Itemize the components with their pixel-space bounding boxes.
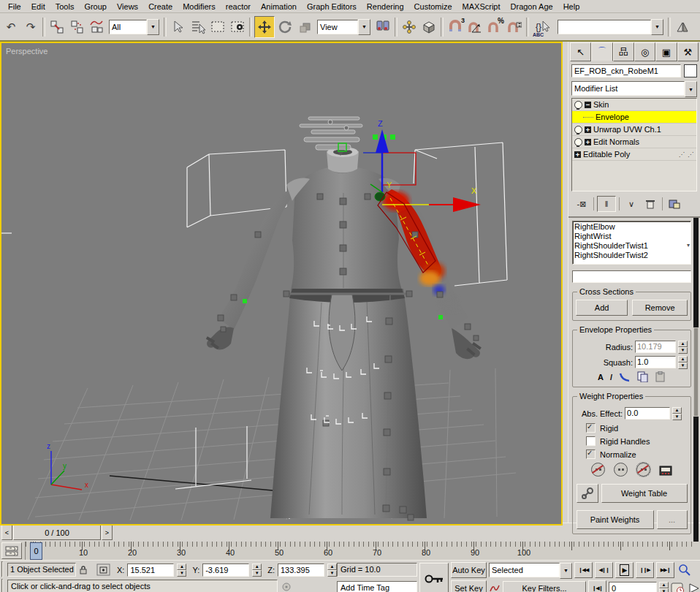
key-filters-button[interactable]: Key Filters... — [503, 581, 586, 592]
add-cross-section-button[interactable]: Add — [576, 300, 628, 316]
frame-spinner[interactable]: ▲▼ — [659, 582, 669, 592]
stack-row-unwrap-uvw[interactable]: + Unwrap UVW Ch.1 — [572, 124, 696, 136]
panel-scrollbar[interactable] — [693, 218, 699, 548]
select-object-icon[interactable] — [169, 17, 188, 37]
selection-lock-icon[interactable] — [79, 564, 88, 575]
go-to-end-icon[interactable]: ▶▶❙ — [656, 562, 674, 578]
modifier-list-dropdown[interactable]: Modifier List ▼ — [571, 81, 697, 96]
tab-motion-icon[interactable]: ◎ — [634, 42, 655, 61]
make-unique-icon[interactable]: ∨ — [623, 197, 640, 211]
absolute-offset-toggle-icon[interactable] — [96, 563, 111, 577]
abs-effect-spinner[interactable]: ▲▼ — [672, 407, 682, 420]
menu-views[interactable]: Views — [112, 1, 143, 12]
exclude-selected-verts-icon[interactable] — [591, 463, 605, 477]
absolute-effect-icon[interactable]: A — [598, 373, 604, 382]
selection-filter-arrow-icon[interactable]: ▼ — [147, 19, 159, 35]
lightbulb-icon[interactable] — [574, 101, 582, 109]
abs-effect-field[interactable]: 0.0 — [625, 407, 670, 420]
reference-coordsys-arrow-icon[interactable]: ▼ — [358, 19, 370, 35]
paint-weights-button[interactable]: Paint Weights — [577, 510, 654, 529]
zoom-region-icon[interactable] — [678, 563, 691, 577]
mirror-icon[interactable] — [673, 17, 692, 37]
lightbulb-icon[interactable] — [574, 138, 582, 146]
tab-modify-icon[interactable]: ⌒ — [591, 42, 612, 61]
reference-coordsys-dropdown[interactable]: View ▼ — [317, 20, 370, 34]
time-slider-handle[interactable]: 0 — [30, 542, 42, 560]
select-and-rotate-icon[interactable] — [275, 17, 294, 37]
select-and-link-icon[interactable] — [47, 17, 66, 37]
snap-toggle-icon[interactable]: 3 — [446, 17, 465, 37]
selection-filter-dropdown[interactable]: All ▼ — [109, 20, 159, 34]
select-and-scale-icon[interactable] — [295, 17, 314, 37]
weight-table-button[interactable]: Weight Table — [601, 484, 688, 503]
bone-item[interactable]: RightShoulderTwist2 — [574, 251, 689, 260]
set-keys-icon[interactable] — [419, 563, 449, 592]
menu-graph-editors[interactable]: Graph Editors — [302, 1, 362, 12]
named-selection-sets-icon[interactable]: {} ABC — [531, 17, 555, 37]
next-frame-icon[interactable]: ❙❙▶ — [636, 562, 654, 578]
z-spinner[interactable]: ▲▼ — [327, 563, 337, 576]
pan-flyout-icon[interactable] — [688, 582, 700, 592]
set-key-button[interactable]: Set Key — [451, 580, 487, 592]
stack-row-skin[interactable]: − Skin — [572, 99, 696, 111]
menu-tools[interactable]: Tools — [50, 1, 80, 12]
time-slider-button[interactable]: 0 / 100 — [13, 525, 101, 540]
rigid-checkbox[interactable] — [586, 423, 596, 433]
falloff-curve-icon[interactable] — [619, 372, 631, 382]
menu-group[interactable]: Group — [79, 1, 112, 12]
stack-row-editable-poly[interactable]: + Editable Poly ⋰ ⋰ — [572, 148, 696, 161]
select-by-name-icon[interactable] — [189, 17, 208, 37]
y-coordinate-field[interactable]: -3.619 — [202, 563, 249, 577]
rectangular-selection-region-icon[interactable] — [208, 17, 227, 37]
panel-scrollbar-thumb[interactable] — [693, 327, 699, 417]
bone-list[interactable]: RightElbow RightWrist RightShoulderTwist… — [572, 221, 691, 265]
bind-to-spacewarp-icon[interactable] — [87, 17, 106, 37]
previous-frame-icon[interactable]: ◀❙❙ — [595, 562, 613, 578]
menu-help[interactable]: Help — [558, 1, 585, 12]
tab-hierarchy-icon[interactable]: 品 — [613, 42, 634, 61]
radius-field[interactable]: 10.179 — [635, 341, 676, 353]
rigid-handles-checkbox[interactable] — [586, 436, 596, 446]
keyboard-shortcut-override-icon[interactable] — [419, 17, 438, 37]
menu-reactor[interactable]: reactor — [221, 1, 256, 12]
z-coordinate-field[interactable]: 133.395 — [278, 563, 324, 577]
perspective-viewport[interactable]: Z X Y z — [0, 42, 563, 525]
select-and-move-icon[interactable] — [254, 16, 275, 38]
wrench-icon[interactable] — [577, 484, 598, 503]
menu-create[interactable]: Create — [143, 1, 178, 12]
remove-cross-section-button[interactable]: Remove — [632, 300, 688, 316]
select-and-manipulate-icon[interactable] — [400, 17, 419, 37]
default-tangents-icon[interactable] — [489, 582, 501, 592]
time-configuration-icon[interactable] — [671, 582, 685, 592]
select-excluded-verts-icon[interactable] — [636, 463, 650, 477]
current-frame-field[interactable]: 0 — [609, 582, 657, 592]
lightbulb-icon[interactable] — [574, 126, 582, 134]
redo-icon[interactable]: ↷ — [21, 17, 40, 37]
copy-envelope-icon[interactable] — [637, 371, 648, 382]
previous-frame-arrow[interactable]: < — [1, 525, 12, 540]
squash-spinner[interactable]: ▲▼ — [678, 356, 688, 368]
remove-modifier-icon[interactable] — [642, 197, 659, 211]
stack-row-envelope[interactable]: Envelope — [572, 111, 696, 124]
spinner-snap-icon[interactable] — [505, 17, 524, 37]
collapse-icon[interactable]: − — [585, 102, 591, 108]
stack-row-edit-normals[interactable]: + Edit Normals — [572, 136, 696, 148]
bone-item[interactable]: RightElbow — [574, 222, 689, 232]
status-tool-icon[interactable] — [281, 581, 292, 592]
key-mode-toggle-icon[interactable]: ❙◀❙ — [588, 580, 606, 592]
x-coordinate-field[interactable]: 15.521 — [127, 563, 174, 577]
include-selected-verts-icon[interactable] — [614, 463, 628, 477]
tab-create-icon[interactable]: ↖ — [570, 42, 591, 61]
menu-modifiers[interactable]: Modifiers — [178, 1, 221, 12]
squash-field[interactable]: 1.0 — [635, 356, 676, 368]
show-end-result-icon[interactable]: ‖ — [597, 196, 616, 212]
key-mode-arrow-icon[interactable]: ▼ — [560, 563, 572, 579]
key-mode-dropdown[interactable]: Selected ▼ — [489, 563, 572, 577]
auto-key-button[interactable]: Auto Key — [451, 562, 487, 578]
bone-item[interactable]: RightShoulderTwist1 — [574, 241, 689, 251]
menu-dragon-age[interactable]: Dragon Age — [506, 1, 558, 12]
play-animation-icon[interactable]: ▶ — [615, 562, 634, 578]
menu-customize[interactable]: Customize — [409, 1, 457, 12]
modifier-list-arrow-icon[interactable]: ▼ — [685, 81, 697, 97]
menu-animation[interactable]: Animation — [256, 1, 302, 12]
